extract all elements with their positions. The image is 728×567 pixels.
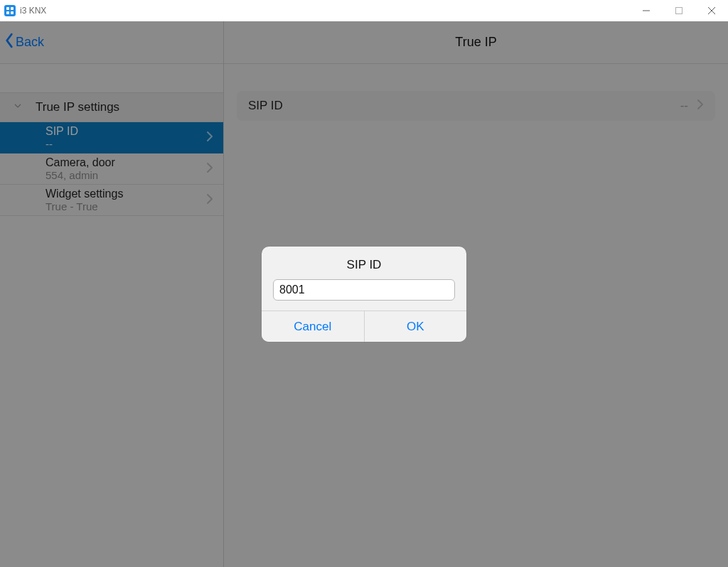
modal-overlay: SIP ID Cancel OK [0,21,728,567]
titlebar-left: i3 KNX [4,5,46,16]
cancel-label: Cancel [294,320,331,334]
cancel-button[interactable]: Cancel [262,311,364,342]
svg-rect-2 [6,11,9,14]
svg-rect-5 [676,8,682,14]
window-titlebar: i3 KNX [0,0,728,21]
window-title: i3 KNX [20,6,46,16]
dialog-title: SIP ID [262,247,466,279]
window-minimize-button[interactable] [630,0,663,21]
dialog-buttons: Cancel OK [262,310,466,342]
svg-rect-1 [11,7,14,10]
window-maximize-button[interactable] [663,0,695,21]
svg-rect-3 [11,11,14,14]
app-root: Back True IP settings SIP ID -- Camera, … [0,21,728,567]
sip-id-input[interactable] [273,279,455,301]
sip-id-dialog: SIP ID Cancel OK [262,247,466,342]
ok-button[interactable]: OK [364,311,467,342]
ok-label: OK [407,320,424,334]
dialog-input-wrap [262,279,466,310]
window-close-button[interactable] [695,0,728,21]
window-controls [630,0,728,21]
svg-rect-0 [6,7,9,10]
app-icon [4,5,16,16]
